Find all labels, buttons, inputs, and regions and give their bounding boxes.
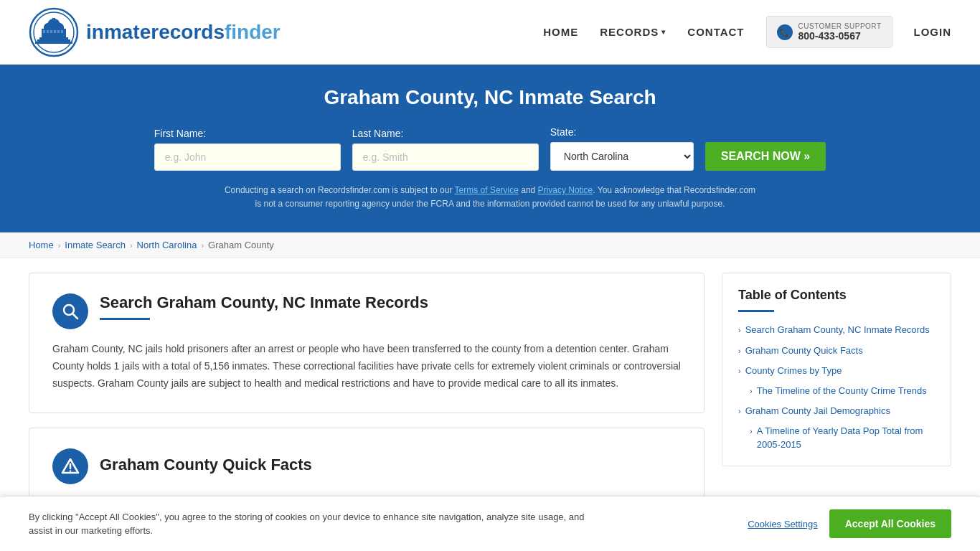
breadcrumb-inmate-search[interactable]: Inmate Search [65, 240, 126, 250]
info-circle-icon [52, 448, 88, 484]
nav-records[interactable]: RECORDS ▾ [600, 26, 666, 38]
logo-icon [29, 7, 79, 57]
toc-chevron-5: › [738, 407, 741, 415]
quick-facts-title: Graham County Quick Facts [100, 448, 312, 474]
content-area: Search Graham County, NC Inmate Records … [29, 273, 722, 519]
svg-point-20 [70, 470, 71, 471]
toc-title: Table of Contents [738, 288, 935, 303]
svg-rect-11 [57, 30, 60, 33]
logo-area: inmaterecordsfinder [29, 7, 281, 57]
login-button[interactable]: LOGIN [914, 26, 952, 38]
card-body-1: Graham County, NC jails hold prisoners a… [52, 341, 681, 392]
breadcrumb-current: Graham County [208, 240, 274, 250]
last-name-label: Last Name: [352, 128, 404, 139]
disclaimer-text: Conducting a search on Recordsfinder.com… [221, 184, 759, 211]
toc-link-2[interactable]: Graham County Quick Facts [745, 344, 863, 357]
breadcrumb-home[interactable]: Home [29, 240, 54, 250]
svg-rect-10 [54, 30, 56, 33]
search-form: First Name: Last Name: State: North Caro… [29, 126, 951, 171]
card-title-area-1: Search Graham County, NC Inmate Records [100, 293, 681, 320]
records-chevron-icon: ▾ [661, 28, 666, 36]
hero-title: Graham County, NC Inmate Search [29, 86, 951, 109]
card-header-1: Search Graham County, NC Inmate Records [52, 293, 681, 329]
customer-support[interactable]: 📞 CUSTOMER SUPPORT 800-433-0567 [766, 16, 892, 48]
toc-item-5[interactable]: › Graham County Jail Demographics [738, 405, 935, 418]
toc-chevron-2: › [738, 347, 741, 355]
toc-link-3[interactable]: County Crimes by Type [745, 364, 842, 377]
svg-rect-5 [52, 18, 55, 23]
nav-home[interactable]: HOME [543, 26, 578, 38]
main-content: Search Graham County, NC Inmate Records … [0, 258, 980, 533]
last-name-group: Last Name: [352, 128, 539, 171]
first-name-input[interactable] [154, 143, 341, 171]
toc-chevron-6: › [750, 427, 753, 435]
breadcrumb-sep-2: › [130, 241, 133, 250]
search-button[interactable]: SEARCH NOW » [705, 142, 826, 171]
toc-item-6[interactable]: › A Timeline of Yearly Data Pop Total fr… [738, 425, 935, 451]
breadcrumb: Home › Inmate Search › North Carolina › … [0, 232, 980, 258]
logo-text: inmaterecordsfinder [86, 21, 281, 44]
svg-rect-8 [47, 30, 49, 33]
toc-underline [738, 310, 774, 312]
toc-link-4[interactable]: The Timeline of the County Crime Trends [757, 385, 927, 397]
toc-item-1[interactable]: › Search Graham County, NC Inmate Record… [738, 324, 935, 336]
toc-item-2[interactable]: › Graham County Quick Facts [738, 344, 935, 357]
breadcrumb-sep-1: › [58, 241, 61, 250]
cookie-actions: Cookies Settings Accept All Cookies [748, 509, 951, 534]
card-title-1: Search Graham County, NC Inmate Records [100, 293, 681, 312]
main-nav: HOME RECORDS ▾ CONTACT 📞 CUSTOMER SUPPOR… [543, 16, 951, 48]
toc-chevron-1: › [738, 326, 741, 334]
svg-rect-7 [43, 30, 45, 33]
toc-link-1[interactable]: Search Graham County, NC Inmate Records [745, 324, 930, 336]
svg-rect-13 [39, 37, 68, 39]
breadcrumb-state[interactable]: North Carolina [137, 240, 197, 250]
support-number: 800-433-0567 [798, 30, 882, 42]
svg-line-17 [73, 314, 78, 319]
toc-card: Table of Contents › Search Graham County… [722, 273, 951, 466]
cookie-banner: By clicking "Accept All Cookies", you ag… [0, 496, 980, 534]
phone-icon: 📞 [777, 24, 793, 40]
state-select[interactable]: North Carolina [550, 142, 694, 171]
section-quick-facts: Graham County Quick Facts [29, 428, 705, 505]
qf-header: Graham County Quick Facts [52, 448, 681, 484]
privacy-link[interactable]: Privacy Notice [538, 185, 593, 195]
hero-section: Graham County, NC Inmate Search First Na… [0, 65, 980, 232]
nav-contact[interactable]: CONTACT [687, 26, 744, 38]
cookie-accept-button[interactable]: Accept All Cookies [829, 509, 951, 534]
logo-main: inmaterecords [86, 21, 225, 43]
toc-link-5[interactable]: Graham County Jail Demographics [745, 405, 890, 418]
toc-chevron-4: › [750, 387, 753, 395]
cookie-settings-button[interactable]: Cookies Settings [748, 519, 818, 529]
toc-item-3[interactable]: › County Crimes by Type [738, 364, 935, 377]
last-name-input[interactable] [352, 143, 539, 171]
state-label: State: [550, 126, 577, 138]
svg-rect-14 [37, 39, 70, 42]
header: inmaterecordsfinder HOME RECORDS ▾ CONTA… [0, 0, 980, 65]
toc-item-4[interactable]: › The Timeline of the County Crime Trend… [738, 385, 935, 397]
support-label: CUSTOMER SUPPORT [798, 22, 882, 30]
toc-list: › Search Graham County, NC Inmate Record… [738, 324, 935, 451]
sidebar: Table of Contents › Search Graham County… [722, 273, 951, 519]
search-circle-icon [52, 293, 88, 329]
toc-chevron-3: › [738, 367, 741, 375]
first-name-group: First Name: [154, 128, 341, 171]
first-name-label: First Name: [154, 128, 206, 139]
svg-rect-9 [50, 30, 52, 33]
tos-link[interactable]: Terms of Service [455, 185, 519, 195]
logo-finder: finder [225, 21, 281, 43]
state-group: State: North Carolina [550, 126, 694, 171]
svg-rect-15 [35, 42, 72, 44]
svg-rect-12 [61, 30, 63, 33]
cookie-text: By clicking "Accept All Cookies", you ag… [29, 510, 603, 534]
section-search-records: Search Graham County, NC Inmate Records … [29, 273, 705, 413]
toc-link-6[interactable]: A Timeline of Yearly Data Pop Total from… [757, 425, 935, 451]
title-underline-1 [100, 318, 150, 320]
breadcrumb-sep-3: › [201, 241, 204, 250]
